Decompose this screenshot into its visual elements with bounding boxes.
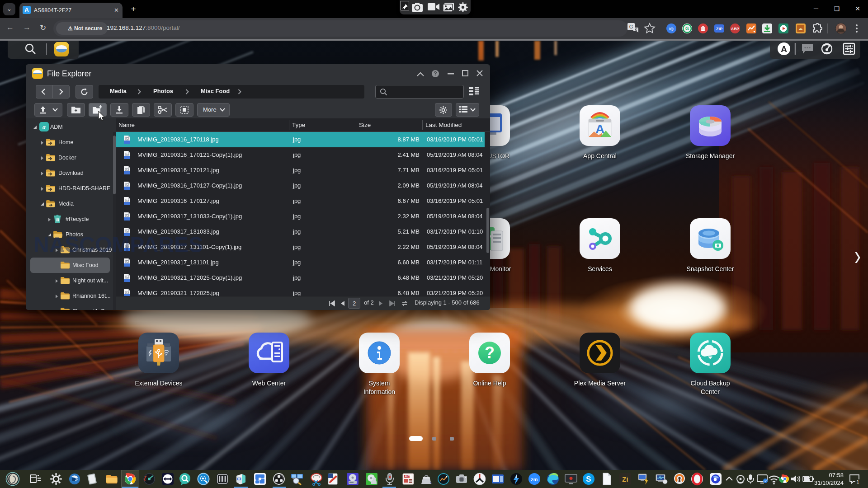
svg-text:AUTO: AUTO [405, 475, 412, 478]
svg-text:S: S [586, 475, 591, 483]
svg-text:Zi: Zi [622, 475, 628, 483]
svg-text:A: A [781, 44, 787, 54]
svg-text:a: a [42, 124, 46, 131]
svg-text:1: 1 [857, 479, 859, 484]
svg-text:ZIP: ZIP [716, 27, 722, 31]
svg-text:zm: zm [531, 477, 538, 482]
svg-text:G: G [685, 26, 689, 31]
svg-text:?: ? [434, 70, 437, 77]
svg-text:G: G [629, 24, 633, 29]
svg-text:IQ: IQ [669, 27, 674, 31]
svg-text:?: ? [485, 343, 495, 362]
svg-text:ABP: ABP [731, 27, 739, 31]
